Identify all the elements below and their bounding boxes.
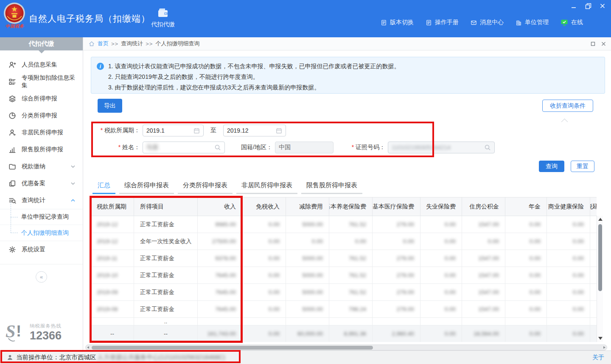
calendar-icon[interactable] bbox=[193, 128, 200, 134]
table-cell: 2019-09 bbox=[91, 284, 134, 300]
table-cell bbox=[420, 318, 462, 325]
pie-icon bbox=[8, 112, 16, 119]
table-cell: 0.00 bbox=[242, 233, 286, 250]
scroll-left-arrow[interactable] bbox=[87, 346, 89, 349]
tab-非居民所得申报表[interactable]: 非居民所得申报表 bbox=[236, 181, 297, 194]
sidebar-collapse-button[interactable]: « bbox=[36, 271, 47, 283]
breadcrumb: 首页 >> 查询统计 >> 个人扣缴明细查询 bbox=[83, 37, 611, 50]
query-form-row-period: 税款所属期： 2019.1 至 2019.12 bbox=[83, 125, 286, 136]
close-button[interactable] bbox=[599, 3, 606, 9]
online-status[interactable]: 在线 bbox=[561, 19, 583, 26]
panel-maximize-icon[interactable] bbox=[591, 42, 595, 46]
nationality-input[interactable]: 中国 bbox=[275, 142, 334, 153]
reset-button[interactable]: 重置 bbox=[571, 161, 594, 172]
result-table: 税款所属期所得项目收入免税收入减除费用基本养老保险费基本医疗保险费失业保险费住房… bbox=[90, 197, 597, 342]
sidebar-item-label: 人员信息采集 bbox=[22, 61, 57, 69]
notice-line: 2. 只能查询2019年及之后的数据，不能进行跨年度查询。 bbox=[108, 72, 599, 82]
header-link-单位管理[interactable]: 单位管理 bbox=[516, 19, 549, 26]
scroll-down-arrow[interactable] bbox=[598, 337, 603, 340]
column-header: 税延养老保险 bbox=[590, 197, 597, 216]
table-cell: 0.00 bbox=[547, 325, 590, 342]
table-cell: 0.00 bbox=[547, 267, 590, 283]
table-cell: 2019-11 bbox=[91, 250, 134, 267]
sidebar-item-优惠备案[interactable]: 优惠备案 bbox=[0, 175, 83, 192]
sidebar-item-税款缴纳[interactable]: 税款缴纳 bbox=[0, 158, 83, 175]
table-cell: 761.52 bbox=[329, 267, 373, 283]
restore-button[interactable] bbox=[585, 3, 591, 9]
name-input[interactable]: 马某 bbox=[143, 142, 225, 153]
sidebar-item-专项附加扣除信息采集[interactable]: 专项附加扣除信息采集 bbox=[0, 73, 83, 90]
info-icon: i bbox=[97, 63, 104, 70]
about-link[interactable]: 关于 bbox=[592, 354, 604, 361]
table-cell: 0.00 bbox=[242, 216, 286, 233]
sidebar-subitem-个人扣缴明细查询[interactable]: 个人扣缴明细查询 bbox=[0, 225, 83, 241]
header-link-操作手册[interactable]: 操作手册 bbox=[426, 19, 459, 26]
header-link-版本切换[interactable]: 版本切换 bbox=[381, 19, 414, 26]
table-cell: 2019-12 bbox=[91, 233, 134, 250]
query-button[interactable]: 查询 bbox=[539, 161, 564, 172]
table-cell bbox=[590, 267, 597, 283]
app-header: 中国税务 自然人电子税务局（扣缴端） 代扣代缴 版本切换操作手册消息中心单位管理… bbox=[0, 0, 611, 37]
table-cell: 0.00 bbox=[420, 267, 462, 283]
sidebar-item-人员信息采集[interactable]: 人员信息采集 bbox=[0, 56, 83, 73]
table-row[interactable]: 2019-09正常工资薪金7645.000.005000.00761.52279… bbox=[91, 284, 597, 301]
table-row[interactable]: 2019-12全年一次性奖金收入27500.000.000.000.000.00… bbox=[91, 233, 597, 250]
sidebar-item-分类所得申报[interactable]: 分类所得申报 bbox=[0, 107, 83, 124]
vertical-scroll-thumb[interactable] bbox=[598, 224, 602, 291]
search-icon[interactable] bbox=[484, 144, 491, 151]
table-cell: 27500.00 bbox=[198, 233, 242, 250]
table-cell: 5000.00 bbox=[286, 216, 329, 233]
table-cell: 8,991.36 bbox=[329, 325, 373, 342]
table-cell: 0.00 bbox=[373, 233, 420, 250]
table-row-clipped: .. bbox=[91, 318, 597, 325]
hotline-block: S ! 纳税服务热线 12366 bbox=[5, 321, 62, 344]
table-row[interactable]: 2019-11正常工资薪金9378.000.005000.00761.52279… bbox=[91, 250, 597, 267]
sidebar-item-系统设置[interactable]: 系统设置 bbox=[0, 241, 83, 258]
table-cell: 1547.00 bbox=[462, 267, 505, 283]
period-label: 税款所属期： bbox=[83, 127, 140, 134]
scroll-right-arrow[interactable] bbox=[603, 346, 605, 349]
online-label: 在线 bbox=[571, 19, 583, 26]
table-cell: 正常工资薪金 bbox=[134, 250, 198, 267]
table-cell: 0.00 bbox=[547, 233, 590, 250]
vertical-scrollbar[interactable] bbox=[597, 216, 603, 342]
table-row[interactable]: 2019-10正常工资薪金7645.000.005000.00761.52279… bbox=[91, 267, 597, 284]
table-cell: 798.24 bbox=[329, 301, 373, 317]
tab-限售股所得申报表[interactable]: 限售股所得申报表 bbox=[301, 181, 362, 194]
tab-综合所得申报表[interactable]: 综合所得申报表 bbox=[119, 181, 174, 194]
sidebar-item-综合所得申报[interactable]: 综合所得申报 bbox=[0, 90, 83, 107]
period-to-input[interactable]: 2019.12 bbox=[223, 125, 286, 136]
sidebar-item-非居民所得申报[interactable]: 非居民所得申报 bbox=[0, 124, 83, 141]
breadcrumb-home[interactable]: 首页 bbox=[98, 40, 109, 47]
sidebar-subitem-单位申报记录查询[interactable]: 单位申报记录查询 bbox=[0, 209, 83, 225]
horizontal-scroll-thumb[interactable] bbox=[92, 346, 373, 350]
id-number-input[interactable]: 110102199305164214 bbox=[388, 142, 495, 153]
scroll-up-arrow[interactable] bbox=[598, 218, 603, 221]
module-tab-daikou[interactable]: 代扣代缴 bbox=[147, 7, 179, 28]
module-tab-label: 代扣代缴 bbox=[147, 21, 179, 28]
horizontal-scrollbar[interactable] bbox=[85, 345, 607, 350]
sidebar-item-查询统计[interactable]: 查询统计 bbox=[0, 192, 83, 209]
table-cell: 正常工资薪金 bbox=[134, 284, 198, 300]
copy-icon bbox=[8, 180, 16, 187]
search-icon[interactable] bbox=[214, 144, 221, 151]
table-row[interactable]: 2019-08正常工资薪金7645.000.005000.00798.24279… bbox=[91, 301, 597, 318]
tab-汇总[interactable]: 汇总 bbox=[92, 181, 115, 194]
calendar-icon[interactable] bbox=[276, 128, 282, 134]
emblem-icon bbox=[3, 2, 25, 24]
sidebar-item-限售股所得申报[interactable]: 限售股所得申报 bbox=[0, 141, 83, 158]
panel-close-icon[interactable] bbox=[601, 42, 606, 46]
collapse-query-button[interactable]: 收折查询条件 bbox=[542, 100, 593, 112]
column-header: 收入 bbox=[198, 197, 242, 216]
tab-分类所得申报表[interactable]: 分类所得申报表 bbox=[178, 181, 233, 194]
table-row[interactable]: 2019-12正常工资薪金9985.000.005000.00761.52279… bbox=[91, 216, 597, 233]
table-cell: 0.00 bbox=[505, 216, 547, 233]
table-cell bbox=[590, 325, 597, 342]
main-area: 首页 >> 查询统计 >> 个人扣缴明细查询 i 1. 该查询统计表仅能查询已申… bbox=[83, 37, 611, 350]
period-from-input[interactable]: 2019.1 bbox=[143, 125, 204, 136]
header-link-消息中心[interactable]: 消息中心 bbox=[471, 19, 504, 26]
sidebar-item-label: 分类所得申报 bbox=[22, 112, 57, 119]
export-button[interactable]: 导出 bbox=[98, 99, 122, 113]
minimize-button[interactable] bbox=[570, 3, 577, 9]
name-label: 姓名： bbox=[83, 144, 140, 151]
